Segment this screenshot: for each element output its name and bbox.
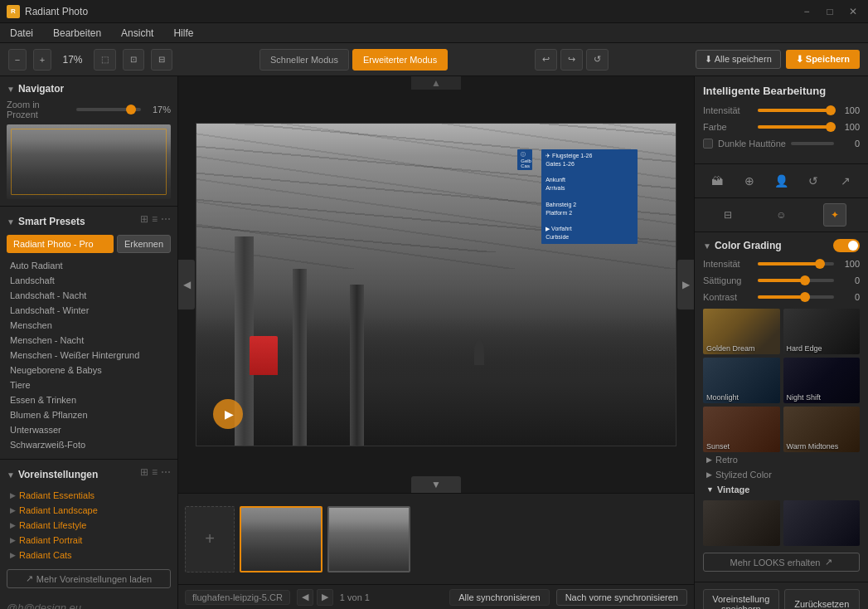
preset-dropdown[interactable]: Radiant Photo - Pro	[7, 235, 114, 253]
crop-icon[interactable]: ⊕	[738, 169, 761, 192]
vor-item-lifestyle[interactable]: ▶ Radiant Lifestyle	[7, 518, 171, 533]
sync-all-button[interactable]: Alle synchronisieren	[449, 589, 549, 606]
erweiterter-modus-button[interactable]: Erweiterter Modus	[352, 49, 448, 71]
preset-item-menschen-weiss[interactable]: Menschen - Weißer Hintergrund	[7, 348, 171, 363]
navigator-arrow: ▼	[7, 85, 15, 94]
left-arrow[interactable]: ◀	[178, 260, 195, 309]
save-all-button[interactable]: ⬇ Alle speichern	[696, 50, 781, 69]
filmstrip-thumb-2[interactable]	[327, 506, 410, 572]
add-image-button[interactable]: +	[185, 506, 235, 572]
zoom-level: 17%	[58, 54, 87, 66]
look-sunset[interactable]: Sunset	[703, 407, 780, 452]
vintage-header[interactable]: ▼ Vintage	[703, 482, 860, 497]
face-icon[interactable]: ☺	[769, 203, 793, 227]
magic-icon[interactable]: ✦	[823, 203, 846, 227]
schneller-modus-button[interactable]: Schneller Modus	[259, 49, 349, 71]
smart-presets-header[interactable]: ▼ Smart Presets ⊞ ≡ ⋯	[7, 213, 171, 230]
voreinstellungen-header[interactable]: ▼ Voreinstellungen ⊞ ≡ ⋯	[7, 466, 171, 483]
dunkle-track[interactable]	[791, 142, 834, 145]
next-button[interactable]: ▶	[317, 589, 333, 606]
undo-button[interactable]: ↩	[535, 49, 557, 71]
landscape-icon[interactable]: 🏔	[706, 169, 729, 192]
menu-bearbeiten[interactable]: Bearbeiten	[50, 26, 104, 41]
preset-item-neugeborene[interactable]: Neugeborene & Babys	[7, 363, 171, 378]
save-button[interactable]: ⬇ Speichern	[786, 50, 860, 69]
grid-icon[interactable]: ⊞	[140, 213, 148, 225]
stylized-color-item[interactable]: ▶ Stylized Color	[703, 467, 860, 482]
app-title: Radiant Photo	[25, 6, 798, 17]
preset-item-auto[interactable]: Auto Radiant	[7, 258, 171, 273]
dunkle-checkbox[interactable]	[703, 139, 713, 149]
maximize-button[interactable]: □	[822, 3, 838, 20]
person-icon[interactable]: 👤	[769, 169, 793, 192]
vor-item-portrait[interactable]: ▶ Radiant Portrait	[7, 533, 171, 548]
refresh2-icon[interactable]: ↺	[802, 169, 825, 192]
vor-more-icon[interactable]: ⋯	[161, 466, 171, 478]
vintage-thumb-1[interactable]	[703, 500, 780, 546]
look-golden-dream[interactable]: Golden Dream	[703, 309, 780, 354]
vor-item-essentials[interactable]: ▶ Radiant Essentials	[7, 488, 171, 503]
menu-ansicht[interactable]: Ansicht	[118, 26, 157, 41]
look-moonlight-label: Moonlight	[706, 393, 739, 402]
vor-grid-icon[interactable]: ⊞	[140, 466, 148, 478]
retro-item[interactable]: ▶ Retro	[703, 452, 860, 467]
menu-hilfe[interactable]: Hilfe	[170, 26, 196, 41]
navigator-header[interactable]: ▼ Navigator	[7, 83, 171, 95]
close-button[interactable]: ✕	[845, 3, 861, 20]
cg-sattigung-track[interactable]	[758, 279, 834, 282]
cg-toggle[interactable]	[833, 239, 860, 252]
look-moonlight[interactable]: Moonlight	[703, 358, 780, 403]
vor-list-icon[interactable]: ≡	[152, 466, 158, 478]
preset-item-schwarzweiss[interactable]: Schwarzweiß-Foto	[7, 437, 171, 452]
farbe-track[interactable]	[758, 125, 834, 129]
actual-size-button[interactable]: ⊡	[123, 49, 144, 71]
look-warm-midtones[interactable]: Warm Midtones	[783, 407, 861, 452]
more-icon[interactable]: ⋯	[161, 213, 171, 225]
bottom-arrow[interactable]: ▼	[411, 476, 461, 493]
preset-item-menschen-nacht[interactable]: Menschen - Nacht	[7, 333, 171, 348]
zoom-minus-button[interactable]: −	[8, 49, 27, 71]
preset-item-landschaft-nacht[interactable]: Landschaft - Nacht	[7, 288, 171, 303]
menu-datei[interactable]: Datei	[7, 26, 36, 41]
intensitat-track[interactable]	[758, 109, 834, 112]
filmstrip: +	[178, 493, 694, 584]
recognize-button[interactable]: Erkennen	[117, 235, 171, 253]
prev-button[interactable]: ◀	[297, 589, 313, 606]
minimize-button[interactable]: −	[798, 3, 815, 20]
preset-item-landschaft-winter[interactable]: Landschaft - Winter	[7, 303, 171, 318]
look-night-shift[interactable]: Night Shift	[783, 358, 861, 403]
zuruecksetzen-button[interactable]: Zurücksetzen	[784, 589, 861, 609]
look-hard-edge[interactable]: Hard Edge	[783, 309, 861, 354]
cg-kontrast-track[interactable]	[758, 295, 834, 299]
preset-item-blumen[interactable]: Blumen & Pflanzen	[7, 407, 171, 422]
cg-intensitat-track[interactable]	[758, 262, 834, 266]
preset-item-tiere[interactable]: Tiere	[7, 378, 171, 392]
list-icon[interactable]: ≡	[152, 213, 158, 225]
right-arrow[interactable]: ▶	[677, 260, 694, 309]
cg-arrow[interactable]: ▼	[703, 241, 711, 251]
load-more-button[interactable]: ↗ Mehr Voreinstellungen laden	[7, 569, 171, 588]
preset-item-unterwasser[interactable]: Unterwasser	[7, 422, 171, 437]
vor-item-landscape[interactable]: ▶ Radiant Landscape	[7, 503, 171, 518]
play-button[interactable]	[213, 399, 243, 429]
split-view-button[interactable]: ⊟	[151, 49, 172, 71]
zoom-slider[interactable]	[76, 108, 141, 111]
intensitat-thumb	[826, 105, 836, 115]
voreinstellung-speichern-button[interactable]: Voreinstellung speichern	[703, 589, 779, 609]
file-info[interactable]: flughafen-leipzig-5.CR	[185, 590, 290, 605]
vor-item-cats[interactable]: ▶ Radiant Cats	[7, 548, 171, 563]
zoom-plus-button[interactable]: +	[33, 49, 51, 71]
sync-forward-button[interactable]: Nach vorne synchronisieren	[556, 589, 687, 606]
filmstrip-thumb-1[interactable]	[240, 506, 322, 572]
refresh-button[interactable]: ↺	[586, 49, 609, 71]
preset-item-essen[interactable]: Essen & Trinken	[7, 392, 171, 407]
share-icon[interactable]: ↗	[834, 169, 857, 192]
top-arrow[interactable]: ▲	[411, 76, 461, 90]
sliders-icon[interactable]: ⊟	[716, 203, 739, 227]
mehr-looks-button[interactable]: Mehr LOOKS erhalten ↗	[703, 553, 860, 572]
redo-button[interactable]: ↪	[560, 49, 583, 71]
preset-item-landschaft[interactable]: Landschaft	[7, 273, 171, 288]
fit-button[interactable]: ⬚	[94, 49, 116, 71]
vintage-thumb-2[interactable]	[783, 500, 861, 546]
preset-item-menschen[interactable]: Menschen	[7, 318, 171, 333]
